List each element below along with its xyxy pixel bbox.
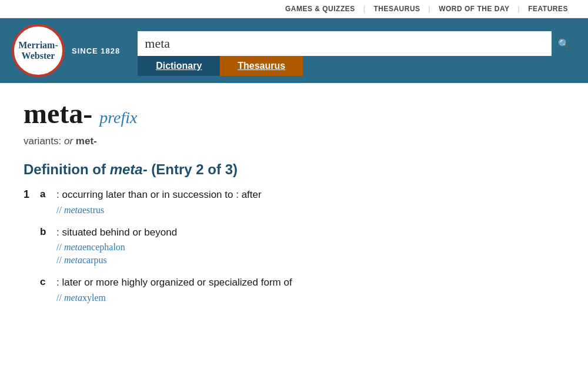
search-icon: 🔍 — [558, 38, 570, 49]
variants-or: or — [64, 135, 73, 147]
sense-letter-a: a — [40, 187, 56, 218]
def-sense-a: a : occurring later than or in successio… — [40, 187, 435, 218]
sense-content-a: : occurring later than or in succession … — [56, 187, 435, 218]
example-rest-encephalon: encephalon — [82, 242, 125, 252]
nav-thesaurus[interactable]: THESAURUS — [365, 5, 428, 13]
sense-text-b: : situated behind or beyond — [56, 225, 435, 240]
variants-alt: met- — [76, 135, 97, 147]
def-sense-b: b : situated behind or beyond metaenceph… — [40, 225, 435, 268]
example-b-2: metacarpus — [56, 255, 435, 266]
sense-text-c: : later or more highly organized or spec… — [56, 275, 435, 290]
word-title: meta- — [24, 98, 92, 129]
search-tabs-area: 🔍 Dictionary Thesaurus — [132, 18, 588, 83]
def-sense-c: c : later or more highly organized or sp… — [40, 275, 435, 306]
sense-text-a: : occurring later than or in succession … — [56, 187, 435, 203]
nav-word-of-the-day[interactable]: WORD OF THE DAY — [430, 5, 517, 13]
sense-content-c: : later or more highly organized or spec… — [56, 275, 435, 306]
logo-area: Merriam- Webster SINCE 1828 — [0, 18, 132, 83]
since-text: SINCE 1828 — [72, 47, 120, 55]
example-italic-meta-c1: meta — [64, 293, 82, 303]
example-italic-meta: meta — [64, 205, 82, 215]
nav-games-quizzes[interactable]: GAMES & QUIZZES — [277, 5, 363, 13]
def-num-1: 1 — [24, 187, 40, 313]
example-italic-meta-b1: meta — [64, 242, 82, 252]
def-senses-1: a : occurring later than or in successio… — [40, 187, 435, 313]
sense-letter-c: c — [40, 275, 56, 306]
word-heading-line: meta-prefix — [24, 97, 435, 130]
definition-heading: Definition of meta- (Entry 2 of 3) — [24, 161, 435, 178]
example-rest-xylem: xylem — [82, 293, 106, 303]
variants-prefix: variants: — [24, 135, 64, 147]
example-b-1: metaencephalon — [56, 242, 435, 253]
def-entry-1: 1 a : occurring later than or in success… — [24, 187, 435, 313]
example-c-1: metaxylem — [56, 293, 435, 303]
example-rest-estrus: estrus — [82, 205, 104, 215]
example-italic-meta-b2: meta — [64, 255, 82, 265]
definition-heading-italic: meta- — [110, 161, 148, 177]
tab-dictionary[interactable]: Dictionary — [138, 56, 220, 76]
sense-letter-b: b — [40, 225, 56, 268]
logo-webster: Webster — [22, 51, 55, 61]
example-a-1: metaestrus — [56, 205, 435, 216]
tab-thesaurus[interactable]: Thesaurus — [220, 56, 303, 76]
example-rest-carpus: carpus — [82, 255, 107, 265]
nav-features[interactable]: FEATURES — [520, 5, 576, 13]
header: Merriam- Webster SINCE 1828 🔍 Dictionary… — [0, 18, 588, 83]
variants-line: variants: or met- — [24, 135, 435, 147]
search-input[interactable] — [138, 31, 552, 56]
definition-heading-rest: (Entry 2 of 3) — [148, 161, 238, 177]
main-content: meta-prefix variants: or met- Definition… — [0, 83, 459, 341]
sense-content-b: : situated behind or beyond metaencephal… — [56, 225, 435, 268]
top-navigation: GAMES & QUIZZES | THESAURUS | WORD OF TH… — [0, 0, 588, 18]
tabs: Dictionary Thesaurus — [138, 56, 576, 76]
logo-merriam: Merriam- — [18, 40, 58, 51]
logo[interactable]: Merriam- Webster — [12, 24, 65, 77]
search-bar: 🔍 — [138, 31, 576, 56]
definitions-section: 1 a : occurring later than or in success… — [24, 187, 435, 313]
search-button[interactable]: 🔍 — [552, 31, 576, 56]
word-pos: prefix — [99, 108, 137, 127]
